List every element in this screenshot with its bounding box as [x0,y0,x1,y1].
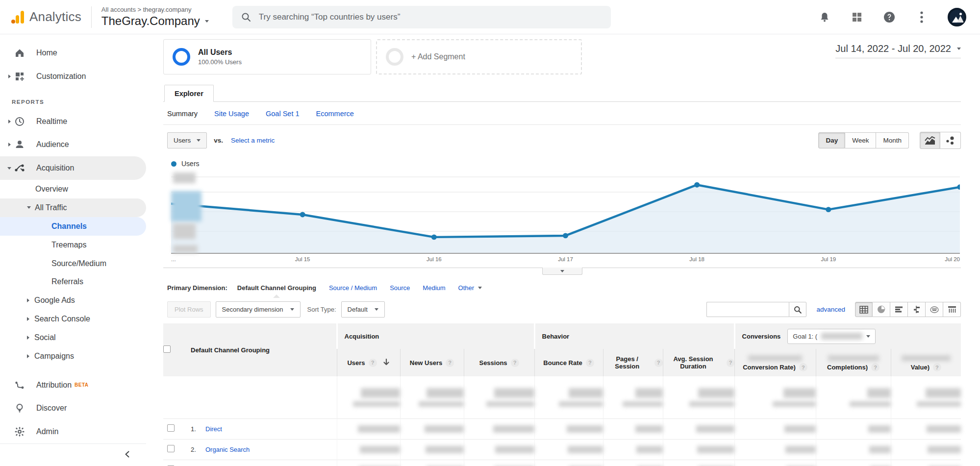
column-header-users[interactable]: Users? [337,349,400,376]
sort-descending-icon [383,359,390,367]
users-area-chart[interactable] [171,172,960,254]
percentage-view-button[interactable] [873,302,890,317]
tab-goal-set-1[interactable]: Goal Set 1 [266,110,300,118]
tab-explorer[interactable]: Explorer [164,85,214,102]
granularity-month-button[interactable]: Month [876,132,909,148]
table-view-button[interactable] [855,302,873,317]
column-header-pages-session[interactable]: Pages / Session? [603,349,663,376]
granularity-day-button[interactable]: Day [818,132,845,148]
channel-link-direct[interactable]: Direct [205,425,222,433]
performance-view-button[interactable] [890,302,908,317]
dimension-source[interactable]: Source [390,284,410,292]
sidebar-item-admin[interactable]: Admin [0,420,146,443]
motion-chart-button[interactable] [940,132,961,149]
dimension-column-header[interactable]: Default Channel Grouping [178,323,337,376]
help-icon[interactable]: ? [654,359,663,367]
sidebar-item-realtime[interactable]: Realtime [0,110,146,133]
granularity-week-button[interactable]: Week [845,132,876,148]
analytics-logo[interactable]: Analytics [11,9,81,25]
collapse-sidebar-button[interactable] [124,450,131,460]
column-header-goal-value[interactable]: Value)? [891,349,961,376]
help-icon[interactable]: ? [586,359,594,367]
account-name: TheGray.Company [101,14,200,28]
search-input[interactable] [258,12,602,23]
pivot-view-button[interactable] [943,302,961,317]
select-all-checkbox[interactable] [163,345,171,353]
metric-row: Users vs. Select a metric Day Week Month [163,125,961,152]
term-cloud-view-button[interactable] [926,302,943,317]
sidebar-item-attribution[interactable]: Attribution BETA [0,373,146,397]
sidebar-item-home[interactable]: Home [0,41,146,65]
tab-site-usage[interactable]: Site Usage [214,110,249,118]
notifications-button[interactable] [818,11,831,24]
segment-all-users[interactable]: All Users 100.00% Users [163,39,371,74]
column-header-goal-completions[interactable]: Completions)? [816,349,891,376]
user-avatar[interactable] [948,8,966,26]
global-search[interactable] [232,6,611,28]
expand-icon [27,317,29,321]
sidebar-item-audience[interactable]: Audience [0,133,146,156]
redacted-value [427,388,464,398]
help-button[interactable] [883,11,896,24]
help-icon[interactable]: ? [799,363,807,371]
select-metric-link[interactable]: Select a metric [231,137,275,144]
sidebar-item-search-console[interactable]: Search Console [0,310,146,328]
help-icon[interactable]: ? [871,363,879,371]
group-header-behavior: Behavior [534,323,734,349]
plot-rows-button[interactable]: Plot Rows [167,301,211,318]
sidebar-item-social[interactable]: Social [0,328,146,347]
comparison-view-button[interactable] [908,302,926,317]
dimension-medium[interactable]: Medium [423,284,445,292]
chevron-down-icon [866,335,870,338]
more-options-button[interactable] [915,11,928,24]
sidebar-item-discover[interactable]: Discover [0,397,146,420]
help-icon[interactable]: ? [933,363,941,371]
dimension-default-channel-grouping[interactable]: Default Channel Grouping [237,284,316,292]
column-header-goal-conversion-rate[interactable]: Conversion Rate)? [734,349,816,376]
help-icon[interactable]: ? [511,359,519,367]
breadcrumb[interactable]: All accounts > thegray.company [101,6,209,13]
apps-grid-button[interactable] [851,11,863,24]
date-range-selector[interactable]: Jul 14, 2022 - Jul 20, 2022 [835,43,961,58]
metric-dropdown[interactable]: Users [167,132,207,148]
add-segment-button[interactable]: + Add Segment [376,39,582,74]
sidebar-item-overview[interactable]: Overview [0,180,146,198]
sidebar-item-all-traffic[interactable]: All Traffic [0,198,146,217]
collapse-icon [27,206,31,209]
sidebar-item-google-ads[interactable]: Google Ads [0,291,146,310]
advanced-filter-link[interactable]: advanced [816,306,845,313]
table-filter-search-button[interactable] [789,302,806,317]
sidebar-item-treemaps[interactable]: Treemaps [0,236,146,254]
help-icon[interactable]: ? [369,359,377,367]
sidebar-item-source-medium[interactable]: Source/Medium [0,254,146,273]
table-row: 2.Organic Search [163,439,961,460]
sidebar-item-referrals[interactable]: Referrals [0,272,146,291]
column-header-sessions[interactable]: Sessions? [464,349,534,376]
secondary-dimension-dropdown[interactable]: Secondary dimension [216,301,301,318]
goal-selector-dropdown[interactable]: Goal 1: ( [787,329,876,344]
sidebar-item-acquisition[interactable]: Acquisition [0,156,146,180]
expand-icon [27,336,29,340]
sidebar-item-channels[interactable]: Channels [0,217,146,236]
row-checkbox[interactable] [167,445,175,452]
vs-label: vs. [214,137,223,144]
sidebar: Home Customization REPORTS [0,34,146,466]
table-filter-input[interactable] [706,302,789,317]
column-header-bounce-rate[interactable]: Bounce Rate? [534,349,603,376]
sort-type-dropdown[interactable]: Default [341,301,385,318]
dimension-other-dropdown[interactable]: Other [458,284,482,292]
sidebar-item-customization[interactable]: Customization [0,65,146,88]
collapse-chart-button[interactable] [542,268,582,275]
dimension-source-medium[interactable]: Source / Medium [329,284,377,292]
account-switcher[interactable]: TheGray.Company [101,14,209,28]
row-checkbox[interactable] [167,424,175,432]
column-header-avg-session-duration[interactable]: Avg. Session Duration? [663,349,734,376]
line-chart-button[interactable] [920,132,940,149]
channel-link-organic-search[interactable]: Organic Search [205,446,250,453]
help-icon[interactable]: ? [727,359,734,367]
tab-ecommerce[interactable]: Ecommerce [316,110,354,118]
sidebar-item-campaigns[interactable]: Campaigns [0,347,146,366]
help-icon[interactable]: ? [446,359,454,367]
column-header-new-users[interactable]: New Users? [400,349,464,376]
tab-summary[interactable]: Summary [167,110,198,118]
